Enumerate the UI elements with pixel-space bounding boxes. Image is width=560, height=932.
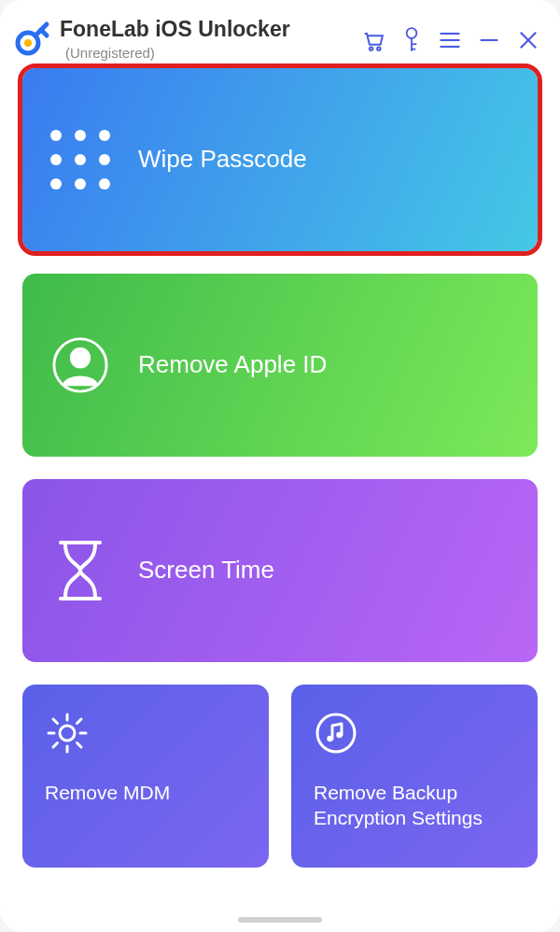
svg-point-22	[327, 735, 332, 741]
wipe-passcode-card[interactable]: Wipe Passcode	[22, 68, 538, 251]
header-actions	[360, 26, 541, 58]
app-logo-icon	[13, 21, 50, 58]
wipe-passcode-label: Wipe Passcode	[138, 145, 307, 174]
music-disc-icon	[314, 711, 358, 755]
screen-time-label: Screen Time	[138, 556, 274, 585]
drag-handle-icon[interactable]	[238, 917, 322, 923]
header: FoneLab iOS Unlocker (Unregistered)	[0, 0, 560, 68]
remove-backup-encryption-card[interactable]: Remove Backup Encryption Settings	[291, 685, 538, 868]
svg-point-1	[24, 39, 32, 47]
content: Wipe Passcode Remove Apple ID	[0, 68, 560, 904]
hourglass-icon	[50, 538, 110, 603]
svg-point-20	[60, 726, 75, 741]
title-block: FoneLab iOS Unlocker (Unregistered)	[60, 17, 351, 61]
svg-point-5	[377, 48, 381, 51]
profile-icon	[50, 336, 110, 394]
bottom-row: Remove MDM Remove Backup Encryption Sett…	[22, 685, 538, 868]
app-title: FoneLab iOS Unlocker	[60, 17, 351, 43]
svg-point-6	[407, 28, 417, 38]
app-window: FoneLab iOS Unlocker (Unregistered)	[0, 0, 560, 932]
svg-point-17	[71, 348, 89, 366]
remove-backup-encryption-label: Remove Backup Encryption Settings	[314, 780, 515, 831]
svg-line-3	[41, 30, 47, 35]
svg-point-21	[317, 714, 355, 752]
svg-point-23	[336, 731, 342, 737]
app-subtitle: (Unregistered)	[65, 45, 351, 61]
remove-apple-id-label: Remove Apple ID	[138, 350, 327, 379]
gear-icon	[45, 711, 90, 755]
menu-icon[interactable]	[437, 27, 463, 57]
svg-point-4	[370, 48, 373, 51]
close-icon[interactable]	[515, 27, 541, 57]
cart-icon[interactable]	[360, 27, 386, 57]
remove-mdm-label: Remove MDM	[45, 780, 170, 805]
remove-mdm-card[interactable]: Remove MDM	[22, 685, 269, 868]
minimize-icon[interactable]	[476, 27, 502, 57]
screen-time-card[interactable]: Screen Time	[22, 479, 538, 662]
key-icon[interactable]	[399, 26, 424, 58]
remove-apple-id-card[interactable]: Remove Apple ID	[22, 274, 538, 457]
passcode-dots-icon	[50, 130, 110, 190]
